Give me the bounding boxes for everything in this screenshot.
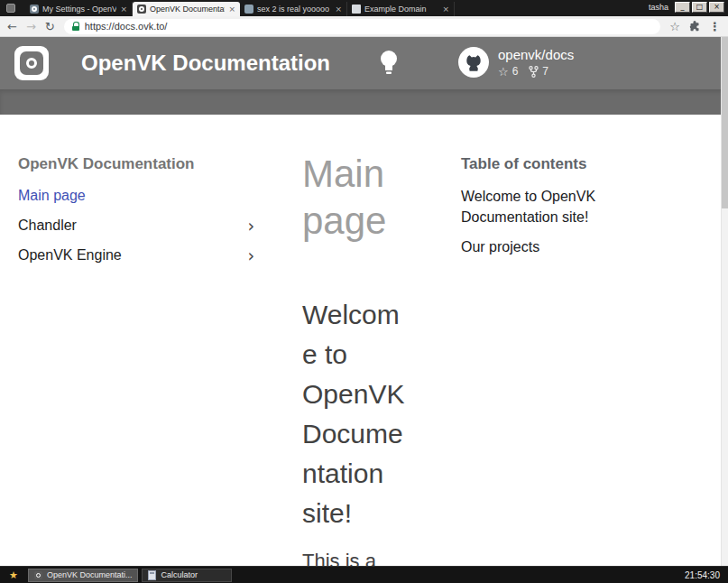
desktop: My Settings - OpenVK × OpenVK Documentat… [0, 0, 728, 583]
url-text[interactable]: https://docs.ovk.to/ [85, 21, 168, 32]
header-substrip [0, 89, 728, 115]
fork-icon [529, 66, 539, 78]
lightbulb-icon[interactable] [378, 49, 400, 81]
tab-title: Example Domain [364, 5, 438, 14]
scrollbar-thumb[interactable] [722, 37, 728, 208]
sidebar-item-openvk-engine[interactable]: OpenVK Engine › [18, 240, 254, 270]
vertical-scrollbar[interactable] [721, 37, 728, 566]
browser-tab[interactable]: My Settings - OpenVK × [25, 2, 133, 16]
sidebar-heading: OpenVK Documentation [18, 155, 254, 173]
minimize-button[interactable]: _ [675, 2, 690, 13]
lock-icon [72, 22, 79, 31]
forward-icon[interactable]: → [26, 21, 36, 32]
close-button[interactable]: × [709, 2, 724, 13]
profile-name[interactable]: tasha [649, 3, 668, 12]
site-header: OpenVK Documentation openvk/docs [0, 37, 728, 89]
calculator-app-icon [148, 570, 156, 580]
openvk-logo-icon[interactable] [14, 46, 49, 80]
taskbar-button-calculator[interactable]: Calculator [142, 569, 232, 582]
browser-toolbar: ← → ↻ https://docs.ovk.to/ ☆ ⋮ [0, 16, 728, 37]
sidebar-item-label: Main page [18, 188, 86, 204]
taskbar-button-label: OpenVK Documentati... [47, 570, 133, 579]
browser-tab[interactable]: sex 2 is real yooooo × [240, 2, 347, 16]
bookmark-star-icon[interactable]: ☆ [669, 21, 680, 32]
github-icon [458, 47, 489, 78]
welcome-heading: Welcome to OpenVK Documentation site! [302, 295, 409, 533]
star-count-icon: ☆ [498, 66, 509, 78]
browser-tab[interactable]: Example Domain × [347, 2, 455, 16]
star-count: 6 [512, 65, 519, 78]
page-favicon-icon [352, 5, 361, 14]
toc-heading: Table of contents [461, 155, 616, 173]
tab-close-icon[interactable]: × [228, 5, 235, 14]
window-icon [6, 4, 15, 13]
tab-title: sex 2 is real yooooo [257, 5, 331, 14]
tab-close-icon[interactable]: × [442, 5, 449, 14]
page-favicon-icon [244, 5, 253, 14]
taskbar-button-openvk[interactable]: OpenVK Documentati... [28, 569, 139, 582]
favorites-star-icon[interactable]: ★ [9, 570, 18, 580]
fork-count: 7 [542, 65, 548, 78]
address-bar[interactable]: https://docs.ovk.to/ [64, 19, 661, 34]
sidebar: OpenVK Documentation Main page Chandler … [18, 155, 254, 270]
github-repo-link[interactable]: openvk/docs ☆ 6 [458, 47, 574, 78]
openvk-app-icon [34, 571, 42, 579]
sidebar-item-label: OpenVK Engine [18, 247, 122, 264]
chevron-right-icon: › [247, 245, 254, 265]
taskbar-clock[interactable]: 21:54:30 [685, 570, 720, 580]
openvk-favicon-icon [30, 5, 39, 14]
github-repo-name: openvk/docs [498, 47, 574, 62]
tab-strip: My Settings - OpenVK × OpenVK Documentat… [25, 2, 455, 16]
titlebar: My Settings - OpenVK × OpenVK Documentat… [0, 0, 728, 16]
tab-close-icon[interactable]: × [335, 5, 342, 14]
page-content: OpenVK Documentation openvk/docs [0, 37, 728, 566]
github-stats: ☆ 6 7 [498, 65, 574, 78]
tab-close-icon[interactable]: × [120, 5, 127, 14]
toc-item-welcome[interactable]: Welcome to OpenVK Documentation site! [461, 186, 616, 227]
toc-item-projects[interactable]: Our projects [461, 236, 616, 257]
back-icon[interactable]: ← [7, 21, 17, 32]
menu-dots-icon[interactable]: ⋮ [709, 20, 721, 33]
maximize-button[interactable]: □ [692, 2, 707, 13]
intro-paragraph: This is a site [302, 548, 409, 566]
page-title: Main page [302, 151, 409, 245]
sidebar-item-main-page[interactable]: Main page [18, 180, 254, 210]
window-controls: _ □ × [675, 2, 724, 13]
table-of-contents: Table of contents Welcome to OpenVK Docu… [461, 155, 616, 266]
refresh-icon[interactable]: ↻ [45, 21, 55, 32]
site-title: OpenVK Documentation [81, 51, 330, 76]
extension-puzzle-icon[interactable] [689, 21, 700, 32]
tab-title: OpenVK Documentation [150, 5, 225, 14]
sidebar-item-label: Chandler [18, 217, 77, 234]
openvk-favicon-icon [137, 5, 146, 14]
article: Main page Welcome to OpenVK Documentatio… [302, 151, 409, 566]
sidebar-item-chandler[interactable]: Chandler › [18, 210, 254, 240]
taskbar: ★ OpenVK Documentati... Calculator 21:54… [0, 566, 728, 583]
tab-title: My Settings - OpenVK [42, 5, 116, 14]
browser-tab-active[interactable]: OpenVK Documentation × [133, 2, 240, 16]
chevron-right-icon: › [247, 216, 254, 236]
taskbar-button-label: Calculator [161, 570, 198, 579]
